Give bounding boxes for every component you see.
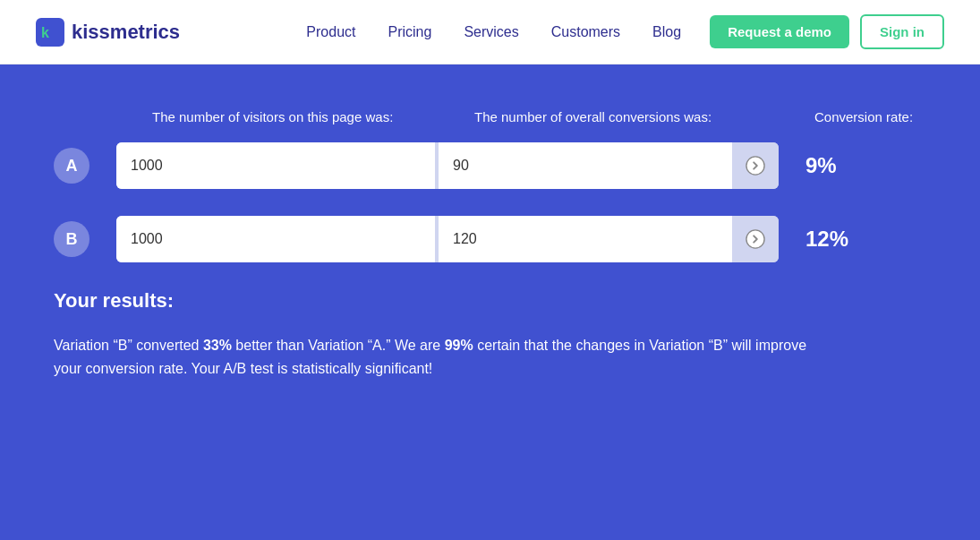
results-bold-1: 33% xyxy=(203,338,232,353)
visitors-input-a[interactable] xyxy=(116,142,439,189)
results-text-2: better than Variation “A.” We are xyxy=(232,338,445,353)
results-title: Your results: xyxy=(54,289,926,313)
rate-b: 12% xyxy=(805,227,868,252)
results-text-1: Variation “B” converted xyxy=(54,338,203,353)
results-text: Variation “B” converted 33% better than … xyxy=(54,334,823,380)
column-labels: The number of visitors on this page was:… xyxy=(152,109,926,124)
nav-item-services[interactable]: Services xyxy=(464,24,518,40)
label-visitors: The number of visitors on this page was: xyxy=(152,109,474,124)
conversions-input-b[interactable] xyxy=(439,216,732,262)
arrow-right-icon xyxy=(746,156,765,176)
input-group-a xyxy=(116,142,779,189)
logo-text: kissmetrics xyxy=(72,21,180,44)
nav-item-pricing[interactable]: Pricing xyxy=(388,24,431,40)
badge-b: B xyxy=(54,221,89,257)
svg-point-3 xyxy=(746,230,764,248)
label-conversions: The number of overall conversions was: xyxy=(474,109,797,124)
svg-point-2 xyxy=(746,157,764,175)
badge-a: A xyxy=(54,148,89,184)
calculate-button-a[interactable] xyxy=(732,142,779,189)
nav-item-blog[interactable]: Blog xyxy=(652,24,681,40)
visitors-input-b[interactable] xyxy=(116,216,439,262)
request-demo-button[interactable]: Request a demo xyxy=(710,15,849,48)
results-bold-2: 99% xyxy=(445,338,473,353)
rate-a: 9% xyxy=(805,153,868,178)
sign-in-button[interactable]: Sign in xyxy=(860,14,944,49)
results-section: Your results: Variation “B” converted 33… xyxy=(54,289,926,380)
row-a: A 9% xyxy=(54,142,926,189)
nav-item-product[interactable]: Product xyxy=(306,24,355,40)
nav: Product Pricing Services Customers Blog xyxy=(306,24,681,40)
input-group-b xyxy=(116,216,779,262)
svg-rect-0 xyxy=(36,18,64,47)
label-rate: Conversion rate: xyxy=(814,109,913,124)
logo[interactable]: k kissmetrics xyxy=(36,18,180,47)
nav-item-customers[interactable]: Customers xyxy=(551,24,620,40)
svg-text:k: k xyxy=(41,25,49,40)
logo-icon: k xyxy=(36,18,64,47)
row-b: B 12% xyxy=(54,216,926,262)
arrow-right-icon-b xyxy=(746,229,765,249)
main-content: The number of visitors on this page was:… xyxy=(0,64,980,540)
header: k kissmetrics Product Pricing Services C… xyxy=(0,0,980,64)
conversions-input-a[interactable] xyxy=(439,142,732,189)
calculate-button-b[interactable] xyxy=(732,216,779,262)
